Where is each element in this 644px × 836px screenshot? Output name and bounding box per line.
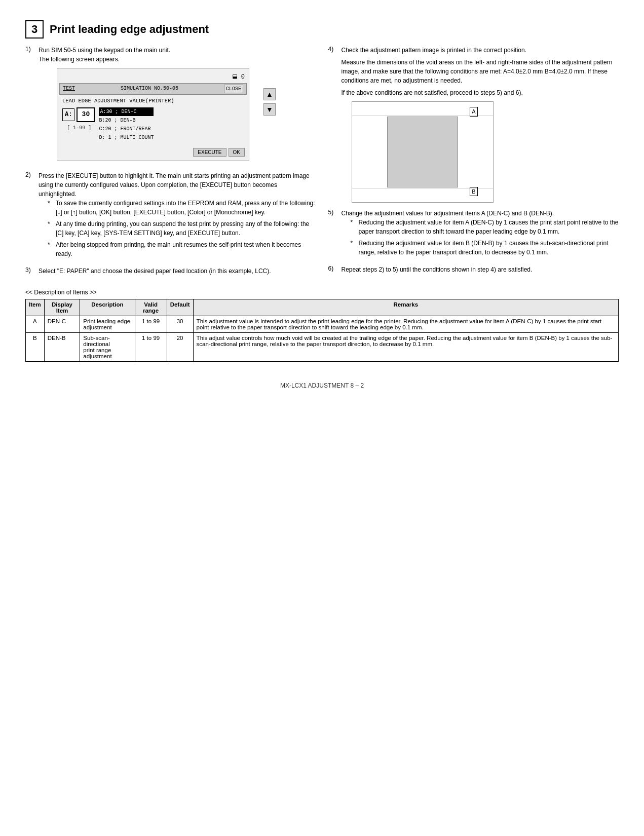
step-5-bullet-2: * Reducing the adjustment value for item… bbox=[351, 239, 619, 257]
footer-text: MX-LCX1 ADJUSTMENT 8 – 2 bbox=[280, 382, 364, 389]
diagram-label-b: B bbox=[470, 187, 477, 197]
row-a-item: A bbox=[26, 316, 45, 332]
col-default: Default bbox=[167, 299, 193, 316]
section-number: 3 bbox=[25, 20, 44, 39]
row-b-remarks: This adjust value controls how much void… bbox=[193, 332, 618, 361]
bullet-item-2: * At any time during printing, you can s… bbox=[48, 219, 316, 238]
diagram-wrapper: A B bbox=[352, 101, 494, 203]
data-table: Item Display Item Description Valid rang… bbox=[25, 299, 619, 362]
step-3-content: Select "E: PAPER" and choose the desired… bbox=[39, 267, 316, 276]
step-3-text: Select "E: PAPER" and choose the desired… bbox=[39, 268, 271, 275]
table-body: A DEN-C Print leading edge adjustment 1 … bbox=[26, 316, 619, 361]
step-1: 1) Run SIM 50-5 using the keypad on the … bbox=[25, 46, 316, 167]
screen-row-2: B:20 ; DEN-B bbox=[99, 116, 154, 125]
copy-icon: ⬓ bbox=[233, 71, 237, 82]
bullet-text-2: At any time during printing, you can sus… bbox=[56, 219, 316, 238]
row-a-default: 30 bbox=[167, 316, 193, 332]
bullet-text-1: To save the currently configured setting… bbox=[56, 199, 316, 217]
step-5-text: Change the adjustment values for adjustm… bbox=[342, 209, 619, 218]
step-6-text: Repeat steps 2) to 5) until the conditio… bbox=[342, 266, 533, 273]
step-5-star-1: * bbox=[351, 218, 356, 236]
close-button[interactable]: CLOSE bbox=[224, 85, 243, 93]
step-4-text1: Check the adjustment pattern image is pr… bbox=[342, 46, 619, 55]
row-b-default: 20 bbox=[167, 332, 193, 361]
step-1-content: Run SIM 50-5 using the keypad on the mai… bbox=[39, 46, 316, 167]
screen-row-4: D: 1 ; MULTI COUNT bbox=[99, 133, 154, 142]
screen-body: LEAD EDGE ADJUSTMENT VALUE(PRINTER) A: 3… bbox=[59, 95, 247, 146]
diagram-outer: A B A= 4.0±2.0mm B= 4.0±2.0mm bbox=[352, 101, 619, 203]
screen-title-text: SIMULATION NO.50-05 bbox=[121, 85, 178, 93]
step-2-num: 2) bbox=[25, 171, 34, 262]
screen-row-1: A:30 ; DEN-C bbox=[99, 107, 154, 116]
bullet-item-1: * To save the currently configured setti… bbox=[48, 199, 316, 217]
table-head: Item Display Item Description Valid rang… bbox=[26, 299, 619, 316]
screen-side-icons: ▲ ▼ bbox=[263, 88, 276, 116]
execute-button[interactable]: EXECUTE bbox=[193, 148, 226, 157]
row-b-item: B bbox=[26, 332, 45, 361]
desc-label: << Description of Items >> bbox=[25, 289, 619, 296]
section-header: 3 Print leading edge adjustment bbox=[25, 20, 619, 39]
step-5-bullet-1: * Reducing the adjustment value for item… bbox=[351, 218, 619, 236]
page-footer: MX-LCX1 ADJUSTMENT 8 – 2 bbox=[25, 382, 619, 389]
screen-input-area: A: 30 [ 1-99 ] A:30 ; DEN-C B:20 ; DEN bbox=[62, 107, 244, 142]
row-a-range: 1 to 99 bbox=[135, 316, 167, 332]
bullet-item-3: * After being stopped from printing, the… bbox=[48, 240, 316, 258]
step-1-num: 1) bbox=[25, 46, 34, 167]
screen-zero: 0 bbox=[241, 72, 245, 82]
screen-row-3: C:20 ; FRONT/REAR bbox=[99, 125, 154, 133]
row-b-desc: Sub-scan-directional print range adjustm… bbox=[80, 332, 135, 361]
row-a-display: DEN-C bbox=[44, 316, 80, 332]
right-column: 4) Check the adjustment pattern image is… bbox=[328, 46, 619, 280]
bullet-star-1: * bbox=[48, 199, 53, 217]
step-4-content: Check the adjustment pattern image is pr… bbox=[342, 46, 619, 203]
ok-button[interactable]: OK bbox=[229, 148, 245, 157]
diagram-inner-rect bbox=[387, 117, 458, 187]
col-valid-range: Valid range bbox=[135, 299, 167, 316]
step-6-content: Repeat steps 2) to 5) until the conditio… bbox=[342, 265, 619, 274]
table-row-a: A DEN-C Print leading edge adjustment 1 … bbox=[26, 316, 619, 332]
bullet-text-3: After being stopped from printing, the m… bbox=[56, 240, 316, 258]
screen-sim-wrapper: ⬓ 0 TEST SIMULATION NO.50-05 CLOSE bbox=[48, 68, 260, 161]
col-remarks: Remarks bbox=[193, 299, 618, 316]
step-5: 5) Change the adjustment values for adju… bbox=[328, 209, 619, 261]
step-6-num: 6) bbox=[328, 265, 337, 274]
step-4-text2: Measure the dimensions of the void areas… bbox=[342, 58, 619, 85]
col-display-item: Display Item bbox=[44, 299, 80, 316]
screen-label-line: LEAD EDGE ADJUSTMENT VALUE(PRINTER) bbox=[62, 97, 244, 105]
screen-range: [ 1-99 ] bbox=[67, 124, 91, 132]
step-5-content: Change the adjustment values for adjustm… bbox=[342, 209, 619, 261]
step-6: 6) Repeat steps 2) to 5) until the condi… bbox=[328, 265, 619, 274]
down-icon[interactable]: ▼ bbox=[263, 103, 276, 116]
screen-title-bar: TEST SIMULATION NO.50-05 CLOSE bbox=[59, 83, 247, 95]
step-4: 4) Check the adjustment pattern image is… bbox=[328, 46, 619, 203]
main-content: 1) Run SIM 50-5 using the keypad on the … bbox=[25, 46, 619, 280]
bullet-star-3: * bbox=[48, 240, 53, 258]
screen-bottom-bar: EXECUTE OK bbox=[59, 146, 247, 159]
step-3: 3) Select "E: PAPER" and choose the desi… bbox=[25, 267, 316, 276]
screen-right-values: A:30 ; DEN-C B:20 ; DEN-B C:20 ; FRONT/R… bbox=[99, 107, 154, 142]
table-row-b: B DEN-B Sub-scan-directional print range… bbox=[26, 332, 619, 361]
row-a-desc: Print leading edge adjustment bbox=[80, 316, 135, 332]
diagram-label-a: A bbox=[470, 107, 477, 117]
bullet-star-2: * bbox=[48, 219, 53, 238]
screen-title-label: TEST bbox=[63, 85, 75, 93]
up-icon[interactable]: ▲ bbox=[263, 88, 276, 100]
section-title: Print leading edge adjustment bbox=[50, 23, 209, 36]
step-2-text: Press the [EXECUTE] button to highlight … bbox=[39, 171, 316, 199]
col-description: Description bbox=[80, 299, 135, 316]
step-1-text2: The following screen appears. bbox=[39, 55, 316, 64]
step-4-text3: If the above conditions are not satisfie… bbox=[342, 88, 619, 97]
step-5-bullet-text-2: Reducing the adjustment value for item B… bbox=[359, 239, 619, 257]
screen-simulation: ⬓ 0 TEST SIMULATION NO.50-05 CLOSE bbox=[57, 68, 249, 161]
row-b-range: 1 to 99 bbox=[135, 332, 167, 361]
screen-a-value: 30 bbox=[77, 107, 95, 122]
step-1-text1: Run SIM 50-5 using the keypad on the mai… bbox=[39, 46, 316, 55]
step-5-bullets: * Reducing the adjustment value for item… bbox=[351, 218, 619, 257]
screen-top-bar: ⬓ 0 bbox=[59, 70, 247, 83]
col-item: Item bbox=[26, 299, 45, 316]
left-column: 1) Run SIM 50-5 using the keypad on the … bbox=[25, 46, 316, 280]
screen-a-label: A: bbox=[62, 108, 74, 121]
description-section: << Description of Items >> Item Display … bbox=[25, 289, 619, 362]
step-2-content: Press the [EXECUTE] button to highlight … bbox=[39, 171, 316, 262]
row-a-remarks: This adjustment value is intended to adj… bbox=[193, 316, 618, 332]
